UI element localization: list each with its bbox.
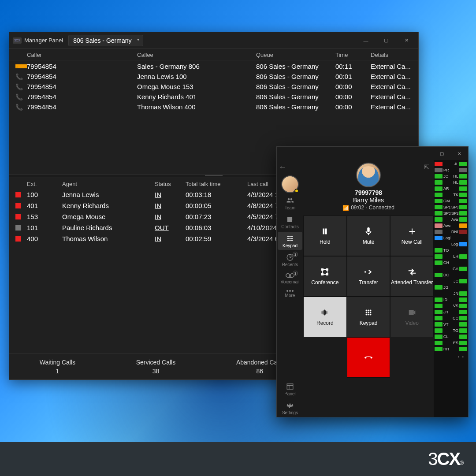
blf-lamp-right — [459, 180, 467, 185]
blf-row[interactable]: ES — [435, 340, 467, 346]
blf-row[interactable]: LH — [435, 253, 467, 260]
sp-close-button[interactable]: ✕ — [450, 147, 468, 160]
nav-keypad[interactable]: Keypad — [278, 232, 302, 250]
blf-row[interactable]: SP1SP0 — [435, 204, 467, 210]
call-row[interactable]: 📞 79954854 Thomas Wilson 400 806 Sales -… — [9, 102, 418, 112]
blf-row[interactable]: TK — [435, 192, 467, 198]
mute-button[interactable]: Mute — [347, 216, 390, 256]
hold-button[interactable]: Hold — [303, 216, 347, 256]
blf-lamp-left — [435, 248, 443, 253]
cell-caller: 79954854 — [27, 73, 137, 80]
blf-lamp-left — [435, 285, 443, 290]
blf-row[interactable]: DO — [435, 272, 467, 278]
blf-row[interactable]: JCHL — [435, 173, 467, 179]
blf-lamp-right — [459, 211, 467, 216]
blf-lamp-left — [435, 242, 443, 246]
cell-details: External Ca... — [371, 73, 414, 80]
blf-row[interactable]: TG — [435, 327, 467, 334]
blf-lamp-left — [435, 279, 443, 283]
cell-caller: 79954854 — [27, 93, 137, 100]
queue-dropdown[interactable]: 806 Sales - Germany — [68, 35, 143, 46]
svg-rect-20 — [323, 310, 324, 314]
self-avatar[interactable] — [281, 175, 299, 193]
sp-minimize-button[interactable]: — — [415, 147, 433, 160]
blf-row[interactable]: HL — [435, 179, 467, 186]
maximize-button[interactable]: ▢ — [376, 33, 396, 48]
call-row[interactable]: 📞 79954854 Omega Mouse 153 806 Sales - G… — [9, 82, 418, 92]
svg-point-12 — [286, 290, 288, 292]
blf-row[interactable]: Away — [435, 223, 467, 229]
cell-status[interactable]: IN — [155, 191, 161, 198]
transfer-button[interactable]: Transfer — [347, 256, 390, 297]
close-button[interactable]: ✕ — [396, 33, 416, 48]
blf-row[interactable]: JG — [435, 284, 467, 290]
keypad-button[interactable]: Keypad — [347, 297, 390, 337]
nav-recents[interactable]: 1Recents — [278, 251, 302, 269]
col-details: Details — [371, 52, 414, 58]
cell-status[interactable]: OUT — [155, 224, 169, 231]
cell-caller: 79954854 — [27, 63, 137, 70]
hangup-button[interactable] — [347, 337, 390, 378]
sp-maximize-button[interactable]: ▢ — [433, 147, 450, 160]
svg-point-4 — [290, 238, 291, 239]
blf-row[interactable]: SP3SP2 — [435, 210, 467, 216]
video-button[interactable]: Video — [390, 297, 434, 337]
call-row[interactable]: 📞 79954854 Jenna Lewis 100 806 Sales - G… — [9, 71, 418, 82]
attended-transfer-button[interactable]: Attended Transfer — [390, 256, 434, 297]
blf-row[interactable]: Login — [435, 235, 467, 241]
agent-status-indicator — [15, 225, 21, 231]
blf-row[interactable]: JN — [435, 290, 467, 297]
nav-more[interactable]: More — [278, 287, 302, 300]
back-icon[interactable]: ← — [279, 163, 286, 172]
blf-row[interactable]: GA — [435, 266, 467, 272]
cell-queue: 806 Sales - Germany — [256, 83, 335, 90]
call-row[interactable]: 📞 79954854 Kenny Richards 401 806 Sales … — [9, 92, 418, 102]
col-ext: Ext. — [27, 181, 62, 187]
blf-row[interactable]: JC — [435, 278, 467, 284]
blf-lamp-left — [435, 230, 443, 234]
blf-more-icon[interactable]: • • — [435, 352, 467, 360]
blf-row[interactable]: VS — [435, 303, 467, 309]
cell-status[interactable]: IN — [155, 235, 161, 242]
blf-lamp-right — [459, 162, 467, 166]
blf-row[interactable]: JL — [435, 161, 467, 167]
blf-row[interactable]: VT — [435, 321, 467, 327]
blf-row[interactable]: CH — [435, 260, 467, 266]
record-button[interactable]: Record — [303, 297, 347, 337]
blf-row[interactable]: HH — [435, 346, 467, 352]
nav-team[interactable]: Team — [278, 194, 302, 212]
cell-details: External Ca... — [371, 93, 414, 100]
blf-row[interactable]: JH — [435, 309, 467, 315]
call-row[interactable]: ◢ 79954854 Sales - Germany 806 806 Sales… — [9, 61, 418, 71]
cell-status[interactable]: IN — [155, 202, 161, 209]
nav-settings[interactable]: Settings — [278, 399, 302, 417]
blf-lamp-left — [435, 254, 443, 259]
col-status: Status — [155, 181, 186, 187]
blf-row[interactable]: GM — [435, 198, 467, 204]
blf-lamp-right — [459, 347, 467, 351]
blf-lamp-right — [459, 236, 467, 240]
blf-row[interactable]: CL — [435, 334, 467, 340]
new-call-button[interactable]: New Call — [390, 216, 434, 256]
blf-row[interactable]: ID — [435, 297, 467, 303]
nav-contacts[interactable]: Contacts — [278, 213, 302, 231]
minimize-button[interactable]: — — [356, 33, 376, 48]
nav-panel[interactable]: Panel — [278, 380, 302, 398]
svg-point-9 — [286, 274, 290, 277]
conference-button[interactable]: Conference — [303, 256, 347, 297]
popout-icon[interactable]: ⇱ — [424, 164, 429, 171]
blf-row[interactable]: DND — [435, 229, 467, 235]
blf-row[interactable]: TO — [435, 247, 467, 253]
blf-row[interactable]: CC — [435, 315, 467, 321]
blf-row[interactable]: PR — [435, 167, 467, 173]
blf-row[interactable]: Availa... — [435, 216, 467, 223]
blf-row[interactable]: AR — [435, 186, 467, 192]
softphone-main: ⇱ 79997798 Barry Miles 📶09:02 - Connecte… — [303, 160, 434, 417]
voicemail-badge: 1 — [293, 271, 298, 276]
cell-status[interactable]: IN — [155, 213, 161, 220]
blf-lamp-right — [459, 217, 467, 222]
manager-titlebar: 3CX Manager Panel 806 Sales - Germany — … — [9, 32, 418, 49]
blf-row[interactable]: Logout — [435, 241, 467, 247]
blf-lamp-right — [459, 254, 467, 259]
nav-voicemail[interactable]: 1Voicemail — [278, 270, 302, 286]
